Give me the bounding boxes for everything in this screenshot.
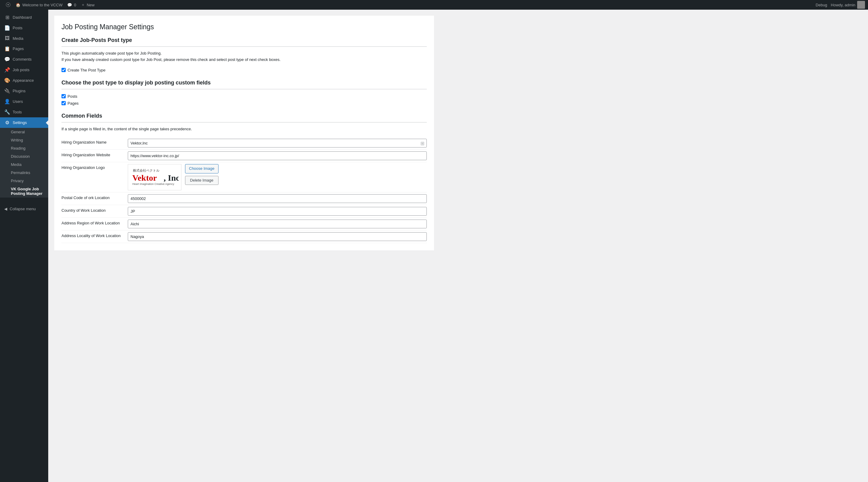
choose-image-button[interactable]: Choose Image [185, 164, 218, 173]
hiring-org-name-input[interactable] [128, 139, 427, 147]
submenu-vk-google-job[interactable]: VK Google Job Posting Manager [0, 185, 48, 198]
sidebar-item-settings[interactable]: ⚙ Settings [0, 117, 48, 128]
address-region-input[interactable] [128, 220, 427, 228]
pages-checkbox-row: Pages [61, 101, 427, 106]
sidebar-item-tools[interactable]: 🔧 Tools [0, 107, 48, 117]
sidebar-item-comments[interactable]: 💬 Comments [0, 54, 48, 64]
section-create-desc: This plugin automatically create post ty… [61, 50, 427, 63]
sidebar-item-media[interactable]: 🖼 Media [0, 33, 48, 44]
pages-icon: 📋 [4, 46, 10, 52]
table-row: Country of Work Location [61, 205, 427, 218]
table-row: Hiring Organization Website [61, 150, 427, 162]
table-row: Postal Code of ork Location [61, 193, 427, 205]
svg-text:Heart Imagination Creative Age: Heart Imagination Creative Agency [132, 182, 175, 186]
country-input[interactable] [128, 207, 427, 216]
submenu-writing[interactable]: Writing [0, 136, 48, 144]
admin-bar-right: Debug Howdy, admin [813, 0, 865, 10]
settings-submenu: General Writing Reading Discussion Media… [0, 128, 48, 198]
create-post-type-checkbox[interactable] [61, 68, 66, 72]
create-post-type-label[interactable]: Create The Post Type [67, 68, 105, 73]
home-icon: 🏠 [16, 3, 21, 7]
table-row: Address Region of Work Location [61, 218, 427, 230]
submenu-general[interactable]: General [0, 128, 48, 136]
svg-text:, Inc.: , Inc. [164, 173, 179, 182]
job-posts-icon: 📌 [4, 67, 10, 73]
sidebar-item-plugins[interactable]: 🔌 Plugins [0, 86, 48, 96]
page-title: Job Posting Manager Settings [61, 23, 427, 31]
field-label-postal-code: Postal Code of ork Location [61, 193, 128, 205]
posts-icon: 📄 [4, 25, 10, 31]
section-create-post-type-title: Create Job-Posts Post type [61, 37, 427, 47]
plus-icon: ＋ [81, 2, 85, 7]
table-row: Hiring Organization Logo 株式会社ベクトル Vektor… [61, 162, 427, 193]
submenu-permalinks[interactable]: Permalinks [0, 169, 48, 177]
sidebar-item-appearance[interactable]: 🎨 Appearance [0, 75, 48, 86]
sidebar-item-users[interactable]: 👤 Users [0, 96, 48, 107]
delete-image-button[interactable]: Delete Image [185, 176, 218, 185]
logo-svg: 株式会社ベクトル Vektor , Inc. Heart Imagination… [130, 166, 179, 187]
section-choose-post-type: Choose the post type to display job post… [61, 80, 427, 106]
submenu-discussion[interactable]: Discussion [0, 152, 48, 161]
field-label-address-locality: Address Locality of Work Location [61, 230, 128, 243]
hiring-org-website-input[interactable] [128, 151, 427, 160]
field-cell-address-region [128, 218, 427, 230]
posts-checkbox-row: Posts [61, 94, 427, 98]
howdy-menu[interactable]: Howdy, admin [831, 1, 865, 9]
sidebar-item-dashboard[interactable]: ⊞ Dashboard [0, 12, 48, 23]
posts-checkbox-label[interactable]: Posts [67, 94, 78, 98]
settings-icon: ⚙ [4, 120, 10, 125]
sidebar-item-pages[interactable]: 📋 Pages [0, 44, 48, 54]
field-label-country: Country of Work Location [61, 205, 128, 218]
section-choose-post-type-title: Choose the post type to display job post… [61, 80, 427, 89]
field-cell-postal-code [128, 193, 427, 205]
comments-link[interactable]: 💬 0 [65, 0, 79, 10]
pages-checkbox-label[interactable]: Pages [67, 101, 79, 106]
table-row: Hiring Organization Name ⊞ [61, 137, 427, 150]
field-label-hiring-org-website: Hiring Organization Website [61, 150, 128, 162]
section-common-fields: Common Fields If a single page is filled… [61, 113, 427, 244]
expand-icon: ⊞ [421, 140, 424, 146]
content-wrap: Job Posting Manager Settings Create Job-… [54, 16, 434, 250]
comments-icon: 💬 [67, 3, 72, 7]
submenu-privacy[interactable]: Privacy [0, 177, 48, 185]
field-cell-hiring-org-name: ⊞ [128, 137, 427, 150]
main-content: Job Posting Manager Settings Create Job-… [48, 10, 868, 482]
appearance-icon: 🎨 [4, 78, 10, 83]
sidebar-item-posts[interactable]: 📄 Posts [0, 23, 48, 33]
debug-link[interactable]: Debug [813, 0, 830, 10]
media-icon: 🖼 [4, 36, 10, 41]
submenu-media[interactable]: Media [0, 161, 48, 169]
common-fields-table: Hiring Organization Name ⊞ Hiring Organi… [61, 137, 427, 243]
comments-icon: 💬 [4, 56, 10, 62]
admin-bar: ☉ 🏠 Welcome to the VCCW 💬 0 ＋ New Debug … [0, 0, 868, 10]
posts-checkbox[interactable] [61, 94, 66, 98]
site-name[interactable]: 🏠 Welcome to the VCCW [13, 0, 65, 10]
dashboard-icon: ⊞ [4, 15, 10, 20]
svg-text:株式会社ベクトル: 株式会社ベクトル [133, 169, 159, 172]
address-locality-input[interactable] [128, 232, 427, 241]
field-cell-hiring-org-website [128, 150, 427, 162]
pages-checkbox[interactable] [61, 101, 66, 105]
logo-buttons: Choose Image Delete Image [185, 164, 218, 185]
collapse-icon: ◀ [4, 207, 7, 211]
wordpress-icon: ☉ [5, 1, 11, 8]
post-type-checkboxes: Posts Pages [61, 94, 427, 106]
field-cell-address-locality [128, 230, 427, 243]
svg-text:Vektor: Vektor [132, 173, 157, 182]
table-row: Address Locality of Work Location [61, 230, 427, 243]
postal-code-input[interactable] [128, 194, 427, 203]
logo-area: 株式会社ベクトル Vektor , Inc. Heart Imagination… [128, 164, 427, 190]
submenu-reading[interactable]: Reading [0, 144, 48, 152]
field-label-hiring-org-name: Hiring Organization Name [61, 137, 128, 150]
field-label-address-region: Address Region of Work Location [61, 218, 128, 230]
users-icon: 👤 [4, 98, 10, 104]
admin-menu: ⊞ Dashboard 📄 Posts 🖼 Media 📋 Pages 💬 Co… [0, 10, 48, 482]
new-content[interactable]: ＋ New [79, 0, 97, 10]
field-label-hiring-org-logo: Hiring Organization Logo [61, 162, 128, 193]
collapse-menu[interactable]: ◀ Collapse menu [0, 204, 48, 214]
section-common-fields-title: Common Fields [61, 113, 427, 122]
wp-logo[interactable]: ☉ [3, 0, 13, 10]
input-wrap-hiring-org-name: ⊞ [128, 139, 427, 147]
avatar [857, 1, 865, 9]
sidebar-item-job-posts[interactable]: 📌 Job posts [0, 64, 48, 75]
